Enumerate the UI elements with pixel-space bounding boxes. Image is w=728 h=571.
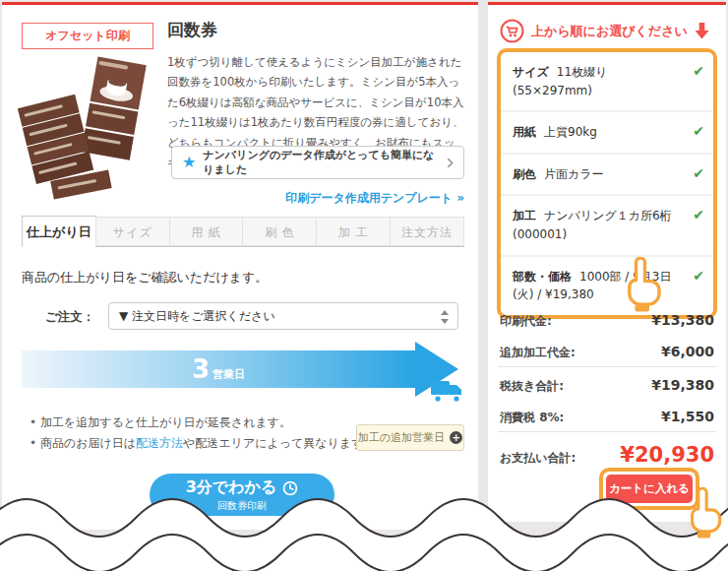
leadtime-unit: 営業日: [212, 367, 245, 382]
extra-days-button[interactable]: 加工の追加営業日 +: [356, 424, 464, 451]
notice-label: ナンバリングのデータ作成がとっても簡単になりました: [203, 148, 440, 177]
page: オフセット印刷 回数券: [0, 0, 728, 571]
product-title: 回数券: [167, 19, 217, 41]
sidebar-header-label: 上から順にお選びください: [531, 23, 688, 40]
selection-box: サイズ11枚綴り (55×297mm) ✔ 用紙上質90kg ✔ 刷色片面カラー…: [497, 48, 717, 319]
tab-color[interactable]: 刷 色: [242, 217, 317, 246]
check-icon: ✔: [693, 61, 704, 83]
cart-icon: [500, 19, 524, 43]
quick-guide-button[interactable]: 3分でわかる 回数券印刷: [150, 474, 334, 516]
clock-icon: [282, 480, 298, 496]
check-icon: ✔: [693, 121, 704, 143]
note-processing: 加工を追加すると仕上がり日が延長されます。: [30, 414, 291, 431]
order-label: ご注文：: [45, 309, 94, 326]
product-panel: オフセット印刷 回数券: [2, 2, 478, 530]
tab-paper[interactable]: 用 紙: [169, 217, 244, 246]
hand-pointer-icon: [681, 487, 724, 539]
numbering-notice-button[interactable]: ★ ナンバリングのデータ作成がとっても簡単になりました: [171, 146, 464, 179]
chevron-right-icon: [447, 157, 454, 169]
tab-bar: 仕上がり日 サイズ 用 紙 刷 色 加 工 注文方法: [22, 216, 464, 247]
select-stepper-icon: [441, 310, 449, 324]
tab-order-method[interactable]: 注文方法: [390, 217, 464, 246]
check-icon: ✔: [693, 205, 704, 226]
tab-processing[interactable]: 加 工: [316, 217, 391, 246]
selection-row-processing[interactable]: 加工ナンバリング１カ所6桁 (000001) ✔: [501, 196, 713, 256]
check-icon: ✔: [693, 266, 704, 287]
divider: [498, 366, 716, 367]
tab-finish-date[interactable]: 仕上がり日: [22, 216, 96, 247]
selection-row-size[interactable]: サイズ11枚綴り (55×297mm) ✔: [501, 52, 713, 112]
selection-row-color[interactable]: 刷色片面カラー ✔: [501, 155, 713, 197]
tab-size[interactable]: サイズ: [95, 217, 170, 246]
selection-row-paper[interactable]: 用紙上質90kg ✔: [501, 112, 713, 155]
leadtime-days: 3: [192, 356, 210, 382]
star-icon: ★: [182, 155, 196, 170]
sidebar-header: 上から順にお選びください: [500, 19, 709, 43]
product-image: [14, 54, 165, 208]
ticket-strip-right: [81, 56, 146, 159]
total-row: お支払い合計:¥20,930: [500, 443, 714, 467]
add-to-cart-button[interactable]: カートに入れる: [606, 475, 693, 503]
order-date-select[interactable]: ▼ 注文日時をご選択ください: [108, 302, 458, 330]
price-row-extra: 追加加工代金:¥6,000: [500, 344, 714, 361]
extra-days-label: 加工の追加営業日: [358, 430, 445, 445]
arrow-down-icon: [695, 23, 709, 39]
hand-pointer-icon: [617, 257, 664, 312]
price-row-print: 印刷代金:¥13,380: [500, 312, 714, 330]
plus-circle-icon: +: [450, 431, 462, 444]
selection-row-quantity-price[interactable]: 部数・価格1000部 / 9月3日(火) / ¥19,380 ✔: [501, 257, 713, 315]
template-link[interactable]: 印刷データ作成用テンプレート »: [285, 190, 464, 207]
order-sidebar: 上から順にお選びください サイズ11枚綴り (55×297mm) ✔ 用紙上質9…: [488, 2, 726, 522]
print-method-badge: オフセット印刷: [22, 23, 153, 49]
shipping-method-link[interactable]: 配送方法: [136, 436, 183, 450]
note-delivery: 商品のお届け日は配送方法や配送エリアによって異なります。: [30, 435, 375, 452]
quick-guide-label: 3分でわかる: [186, 477, 277, 498]
leadtime-label: 3 営業日: [22, 350, 415, 388]
divider: [498, 431, 716, 432]
check-icon: ✔: [693, 163, 704, 185]
order-date-select-value: ▼ 注文日時をご選択ください: [119, 309, 275, 323]
section-intro: 商品の仕上がり日をご確認いただけます。: [22, 269, 268, 286]
total-amount: ¥20,930: [620, 443, 714, 467]
truck-icon: [431, 380, 464, 405]
price-row-tax: 消費税 8%:¥1,550: [500, 409, 714, 426]
quick-guide-sublabel: 回数券印刷: [150, 499, 334, 513]
price-row-subtotal: 税抜き合計:¥19,380: [500, 377, 714, 395]
